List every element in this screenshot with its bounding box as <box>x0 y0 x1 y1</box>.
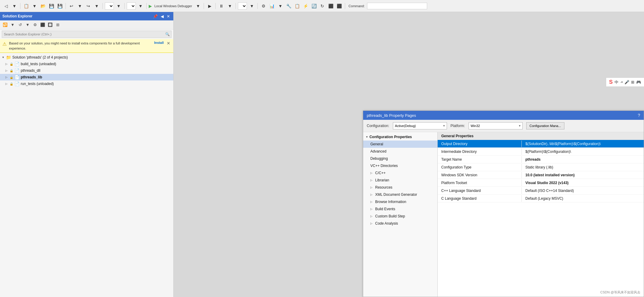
sogou-zh: 中 <box>615 80 618 85</box>
prop-row-config-type[interactable]: Configuration Type Static library (.lib) <box>438 163 644 171</box>
custom-build-expand-icon: ▷ <box>370 215 373 218</box>
undo-dropdown[interactable]: ▼ <box>76 2 84 10</box>
prop-row-toolset[interactable]: Platform Toolset Visual Studio 2022 (v14… <box>438 179 644 187</box>
prop-row-cpp-standard[interactable]: C++ Language Standard Default (ISO C++14… <box>438 187 644 195</box>
prop-tree-xml-gen[interactable]: ▷ XML Document Generator <box>363 191 437 198</box>
save-all-btn[interactable]: 💾 <box>56 2 63 10</box>
tree-item-build-tests[interactable]: ▷ 🔒 📄 build_tests (unloaded) <box>0 61 173 67</box>
se-tb-btn3[interactable]: ▼ <box>24 22 31 28</box>
redo-dropdown[interactable]: ▼ <box>93 2 100 10</box>
se-tb-btn4[interactable]: ⚙ <box>32 22 38 28</box>
prop-tree-cpp[interactable]: ▷ C/C++ <box>363 169 437 177</box>
prop-tree-code-analysis[interactable]: ▷ Code Analysis <box>363 220 437 227</box>
pthreads-dll-chevron: ▷ <box>5 69 8 72</box>
librarian-label: Librarian <box>375 178 389 182</box>
auto-dropdown-arrow[interactable]: ▼ <box>248 2 255 10</box>
prop-tree-resources[interactable]: ▷ Resources <box>363 184 437 191</box>
help-icon[interactable]: ? <box>638 113 640 118</box>
tools-btn5[interactable]: 📋 <box>293 2 301 10</box>
toolset-name: Platform Toolset <box>438 180 522 186</box>
prop-tree-advanced[interactable]: Advanced <box>363 148 437 155</box>
undo-btn[interactable]: ↩ <box>68 2 75 10</box>
dialog-body: ▼ Configuration Properties General Advan… <box>363 132 644 297</box>
redo-btn[interactable]: ↪ <box>85 2 92 10</box>
prop-tree-general[interactable]: General <box>363 141 437 148</box>
prop-tree-build-events[interactable]: ▷ Build Events <box>363 205 437 213</box>
config-dropdown[interactable]: Debug <box>105 2 114 10</box>
prop-row-output-dir[interactable]: Output Directory $(SolutionDir)..\lib\$(… <box>438 140 644 148</box>
notification-close[interactable]: ✕ <box>166 41 171 46</box>
resources-label: Resources <box>375 185 392 189</box>
back-btn[interactable]: ◁ <box>2 2 10 10</box>
tools-btn1[interactable]: ⚙ <box>260 2 267 10</box>
target-name-value: pthreads <box>522 156 644 163</box>
prop-row-sdk-version[interactable]: Windows SDK Version 10.0 (latest install… <box>438 171 644 179</box>
command-label: Command: <box>348 4 365 8</box>
se-tb-btn7[interactable]: ⊞ <box>54 22 61 28</box>
prop-tree-browse[interactable]: ▷ Browse Information <box>363 198 437 205</box>
sogou-more: 🎮 <box>636 80 641 84</box>
output-dir-name: Output Directory <box>438 141 522 147</box>
platform-select[interactable]: Win32 <box>469 122 523 129</box>
se-tb-btn2[interactable]: ↺ <box>17 22 23 28</box>
tree-item-pthreads-lib[interactable]: ▷ 🔒 📄 pthreads_lib <box>0 74 173 80</box>
se-tb-btn1[interactable]: 🔁 <box>2 22 8 28</box>
auto-dropdown[interactable]: Auto <box>238 2 247 10</box>
platform-dropdown[interactable]: Win32 <box>127 2 136 10</box>
tools-btn3[interactable]: ▼ <box>277 2 284 10</box>
pause-dropdown[interactable]: ▼ <box>226 2 233 10</box>
se-unpin-btn[interactable]: ◀ <box>160 14 165 19</box>
se-tb-btn6[interactable]: 🔲 <box>47 22 53 28</box>
se-tb-dropdown[interactable]: ▼ <box>9 22 16 28</box>
prop-row-target-name[interactable]: Target Name pthreads <box>438 156 644 163</box>
lock-icon-4: 🔒 <box>10 82 13 86</box>
tree-solution-root[interactable]: ▼ 📁 Solution 'pthreads' (2 of 4 projects… <box>0 54 173 61</box>
config-props-section[interactable]: ▼ Configuration Properties <box>363 133 437 141</box>
tree-item-pthreads-dll[interactable]: ▷ 🔒 📄 pthreads_dll <box>0 67 173 74</box>
command-input[interactable] <box>367 3 427 9</box>
section-header-label: General Properties <box>441 134 473 138</box>
se-search-input[interactable] <box>2 31 172 38</box>
prop-tree-custom-build[interactable]: ▷ Custom Build Step <box>363 213 437 220</box>
tools-btn6[interactable]: ⚡ <box>302 2 309 10</box>
intermediate-dir-name: Intermediate Directory <box>438 148 522 155</box>
config-row: Configuration: Active(Debug) Platform: W… <box>363 120 644 132</box>
new-project-btn[interactable]: 📋 <box>23 2 30 10</box>
tools-btn7[interactable]: 🔄 <box>310 2 317 10</box>
prop-tree-debugging[interactable]: Debugging <box>363 155 437 162</box>
prop-tree-librarian[interactable]: ▷ Librarian <box>363 177 437 184</box>
se-close-btn[interactable]: ✕ <box>166 14 171 19</box>
project-icon-4: 📄 <box>14 81 20 86</box>
build-events-expand-icon: ▷ <box>370 208 373 211</box>
config-dropdown-arrow[interactable]: ▼ <box>115 2 122 10</box>
forward-dropdown-btn[interactable]: ▼ <box>11 2 18 10</box>
tools-btn9[interactable]: ⬛ <box>327 2 334 10</box>
config-select[interactable]: Active(Debug) <box>393 122 447 129</box>
config-manager-btn[interactable]: Configuration Mana... <box>526 122 564 129</box>
tree-item-run-tests[interactable]: ▷ 🔒 📄 run_tests (unloaded) <box>0 80 173 87</box>
general-properties-header: General Properties <box>438 132 644 140</box>
main-content: S 中 ·• 🎤 ⊞ 🎮 pthreads_lib Property Pages… <box>174 12 644 297</box>
prop-row-c-standard[interactable]: C Language Standard Default (Legacy MSVC… <box>438 195 644 202</box>
property-tree: ▼ Configuration Properties General Advan… <box>363 132 438 297</box>
run-btn[interactable]: ▶ <box>206 2 213 10</box>
pause-btn[interactable]: ⏸ <box>218 2 225 10</box>
se-tb-btn5[interactable]: ⬛ <box>39 22 46 28</box>
install-button[interactable]: Install <box>154 41 164 44</box>
tools-btn2[interactable]: 📊 <box>268 2 275 10</box>
save-btn[interactable]: 💾 <box>48 2 55 10</box>
se-pin-btn[interactable]: 📌 <box>152 14 159 19</box>
platform-dropdown-arrow[interactable]: ▼ <box>137 2 144 10</box>
tools-btn8[interactable]: ↻ <box>319 2 326 10</box>
open-btn[interactable]: 📂 <box>39 2 47 10</box>
librarian-expand-icon: ▷ <box>370 179 373 182</box>
cpp-label: C/C++ <box>375 171 386 175</box>
dropdown-btn2[interactable]: ▼ <box>31 2 38 10</box>
tools-btn10[interactable]: ⬛ <box>336 2 343 10</box>
prop-row-intermediate-dir[interactable]: Intermediate Directory $(Platform)\$(Con… <box>438 148 644 156</box>
output-dir-value: $(SolutionDir)..\lib\$(Platform)\$(Confi… <box>522 141 644 147</box>
debugger-dropdown[interactable]: ▼ <box>194 2 202 10</box>
lock-icon-2: 🔒 <box>10 69 13 72</box>
tools-btn4[interactable]: 🔧 <box>285 2 292 10</box>
prop-tree-vc-dirs[interactable]: VC++ Directories <box>363 162 437 169</box>
